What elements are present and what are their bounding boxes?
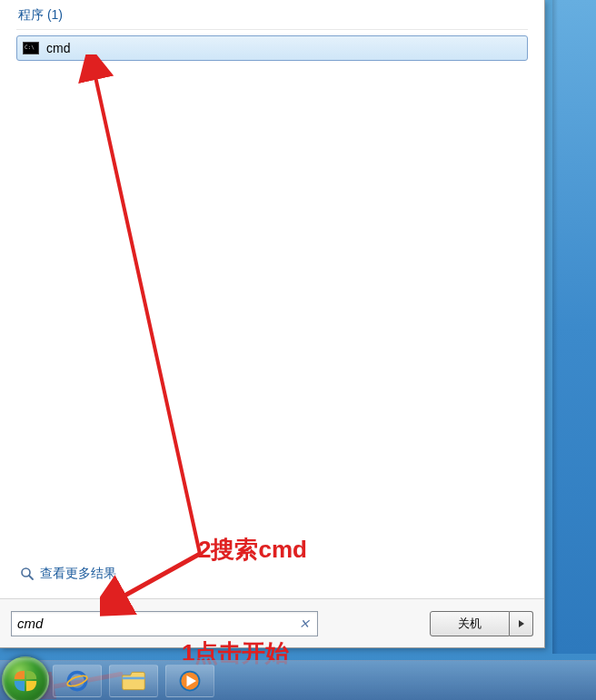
- shutdown-options-arrow[interactable]: [510, 611, 533, 636]
- clear-search-icon[interactable]: ✕: [297, 616, 312, 631]
- start-menu: 程序 (1) cmd 查看更多结果 ✕ 关机: [0, 0, 545, 648]
- start-button[interactable]: [2, 656, 49, 700]
- svg-line-1: [29, 576, 33, 579]
- svg-rect-11: [123, 676, 145, 679]
- taskbar-explorer-icon[interactable]: [109, 665, 158, 697]
- see-more-results-link[interactable]: 查看更多结果: [20, 566, 116, 582]
- search-box[interactable]: ✕: [11, 611, 318, 636]
- start-menu-bottom-bar: ✕ 关机: [0, 598, 544, 647]
- taskbar: [0, 660, 596, 700]
- search-result-label: cmd: [46, 41, 70, 55]
- aero-desktop-edge: [552, 0, 596, 654]
- search-input[interactable]: [17, 616, 297, 631]
- shutdown-group: 关机: [430, 611, 533, 636]
- section-header-programs: 程序 (1): [16, 4, 528, 30]
- svg-point-9: [68, 672, 85, 689]
- search-result-cmd[interactable]: cmd: [16, 35, 528, 61]
- magnify-icon: [20, 567, 35, 581]
- taskbar-ie-icon[interactable]: [53, 665, 102, 697]
- shutdown-label: 关机: [458, 616, 482, 632]
- svg-marker-2: [519, 620, 524, 627]
- search-results-section: 程序 (1) cmd: [0, 0, 544, 61]
- see-more-label: 查看更多结果: [40, 566, 116, 582]
- cmd-icon: [23, 42, 39, 54]
- shutdown-button[interactable]: 关机: [430, 611, 510, 636]
- taskbar-media-player-icon[interactable]: [165, 665, 214, 697]
